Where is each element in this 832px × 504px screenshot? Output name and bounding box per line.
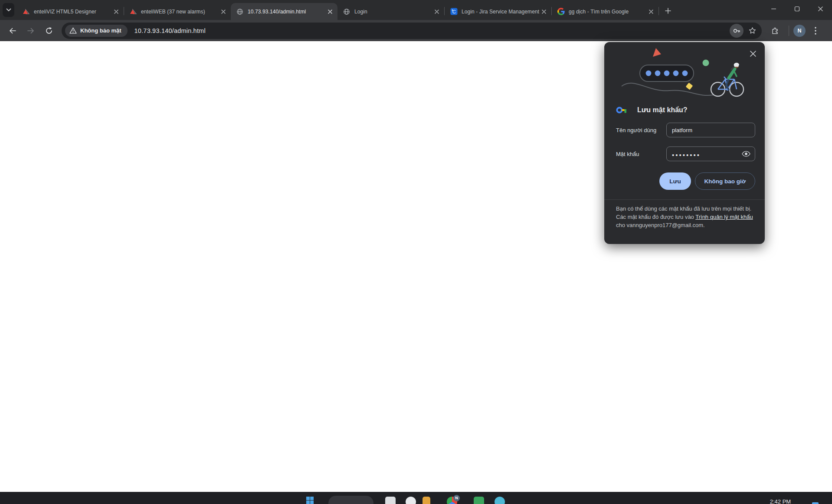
password-illustration bbox=[604, 46, 765, 105]
security-chip-label: Không bảo mật bbox=[80, 27, 121, 34]
save-password-dialog: Lưu mật khẩu? Tên người dùng platform Mậ… bbox=[604, 42, 765, 244]
forward-button[interactable] bbox=[23, 23, 38, 38]
minimize-button[interactable] bbox=[762, 0, 785, 17]
security-chip[interactable]: Không bảo mật bbox=[65, 25, 128, 37]
password-value: •••••••• bbox=[672, 153, 701, 157]
white-app-icon[interactable] bbox=[385, 497, 396, 504]
taskbar-tray-icon[interactable] bbox=[812, 502, 819, 504]
bookmark-star-button[interactable] bbox=[745, 24, 759, 38]
username-field[interactable]: platform bbox=[666, 123, 755, 137]
google-g-icon bbox=[557, 8, 565, 16]
globe-icon bbox=[236, 8, 244, 16]
tab-login[interactable]: Login bbox=[337, 3, 444, 20]
maximize-button[interactable] bbox=[785, 0, 809, 17]
delta-triangle-icon bbox=[22, 8, 30, 16]
username-label: Tên người dùng bbox=[616, 127, 656, 133]
google-key-icon bbox=[616, 106, 628, 114]
tab-enteliweb[interactable]: enteliWEB (37 new alarms) bbox=[124, 3, 231, 20]
tab-search-button[interactable] bbox=[3, 3, 14, 17]
teal-circle-app-icon[interactable] bbox=[495, 497, 505, 504]
never-button[interactable]: Không bao giờ bbox=[695, 172, 755, 190]
browser-menu-button[interactable] bbox=[809, 24, 822, 37]
amber-app-icon[interactable] bbox=[423, 497, 430, 504]
tab-close-icon[interactable] bbox=[647, 8, 655, 16]
profile-initial: N bbox=[797, 28, 801, 34]
key-icon bbox=[732, 26, 741, 35]
tab-close-icon[interactable] bbox=[433, 8, 441, 16]
windows-start-icon[interactable] bbox=[306, 497, 314, 504]
browser-toolbar: Không bảo mật 10.73.93.140/admin.html N bbox=[0, 20, 832, 41]
new-tab-button[interactable] bbox=[662, 5, 674, 17]
tab-close-icon[interactable] bbox=[219, 8, 227, 16]
eye-icon bbox=[742, 151, 750, 157]
back-button[interactable] bbox=[5, 23, 20, 38]
plus-icon bbox=[665, 8, 671, 14]
address-bar[interactable]: Không bảo mật 10.73.93.140/admin.html bbox=[62, 23, 762, 39]
reload-icon bbox=[45, 27, 53, 35]
chrome-icon[interactable]: N bbox=[447, 497, 457, 504]
username-value: platform bbox=[672, 127, 692, 133]
puzzle-icon bbox=[771, 26, 780, 35]
tab-strip: enteliVIZ HTML5 Designer enteliWEB (37 n… bbox=[0, 0, 832, 20]
green-app-icon[interactable] bbox=[474, 497, 484, 504]
star-icon bbox=[748, 26, 757, 35]
close-window-button[interactable] bbox=[809, 0, 832, 17]
reload-button[interactable] bbox=[42, 23, 56, 38]
profile-avatar[interactable]: N bbox=[793, 25, 806, 37]
white-circle-app-icon[interactable] bbox=[406, 497, 416, 504]
taskbar-clock[interactable]: 2:42 PM bbox=[765, 498, 796, 504]
toolbar-right-group: N bbox=[766, 23, 822, 38]
dialog-footer-text: Bạn có thể dùng các mật khẩu đã lưu trên… bbox=[616, 205, 756, 229]
jira-icon: C bbox=[450, 8, 458, 16]
password-manager-link[interactable]: Trình quản lý mật khẩu bbox=[695, 214, 753, 220]
taskbar-search-box[interactable] bbox=[328, 496, 373, 504]
tab-close-icon[interactable] bbox=[112, 8, 120, 16]
globe-icon bbox=[343, 8, 350, 16]
profile-badge: N bbox=[453, 495, 460, 501]
tab-label: Login bbox=[354, 9, 433, 15]
password-field[interactable]: •••••••• bbox=[666, 146, 755, 161]
password-key-button[interactable] bbox=[730, 24, 744, 38]
tab-label: enteliWEB (37 new alarms) bbox=[141, 9, 219, 15]
tab-enteliviz[interactable]: enteliVIZ HTML5 Designer bbox=[17, 3, 124, 20]
delta-triangle-icon bbox=[129, 8, 137, 16]
forward-arrow-icon bbox=[27, 27, 35, 35]
browser-window: enteliVIZ HTML5 Designer enteliWEB (37 n… bbox=[0, 0, 832, 504]
password-label: Mật khẩu bbox=[616, 151, 639, 157]
dialog-title: Lưu mật khẩu? bbox=[637, 106, 688, 114]
tab-label: gg dịch - Tìm trên Google bbox=[569, 9, 647, 15]
tab-label: Login - Jira Service Management bbox=[462, 9, 540, 15]
footer-text-after: cho vannguyenpro177@gmail.com. bbox=[616, 222, 705, 228]
show-password-button[interactable] bbox=[742, 151, 750, 157]
cyclist bbox=[711, 63, 744, 96]
tab-label: enteliVIZ HTML5 Designer bbox=[34, 9, 112, 15]
tab-jira-login[interactable]: C Login - Jira Service Management bbox=[445, 3, 551, 20]
extensions-button[interactable] bbox=[768, 23, 783, 38]
tab-admin-active[interactable]: 10.73.93.140/admin.html bbox=[231, 3, 337, 20]
tab-close-icon[interactable] bbox=[326, 8, 334, 16]
save-button[interactable]: Lưu bbox=[659, 172, 691, 190]
dialog-title-row: Lưu mật khẩu? bbox=[616, 106, 688, 114]
warning-triangle-icon bbox=[69, 27, 77, 34]
tab-label: 10.73.93.140/admin.html bbox=[248, 9, 326, 15]
dialog-divider bbox=[604, 199, 765, 200]
url-text: 10.73.93.140/admin.html bbox=[134, 27, 206, 34]
taskbar: N 2:42 PM bbox=[0, 492, 832, 504]
tab-google-translate[interactable]: gg dịch - Tìm trên Google bbox=[552, 3, 658, 20]
three-dot-menu-icon bbox=[815, 27, 816, 35]
window-controls bbox=[762, 0, 832, 17]
tab-close-icon[interactable] bbox=[540, 8, 548, 16]
svg-text:C: C bbox=[452, 9, 455, 14]
toolbar-divider bbox=[789, 26, 789, 36]
chevron-down-icon bbox=[6, 8, 11, 12]
tab-separator bbox=[658, 7, 659, 15]
back-arrow-icon bbox=[9, 27, 16, 35]
